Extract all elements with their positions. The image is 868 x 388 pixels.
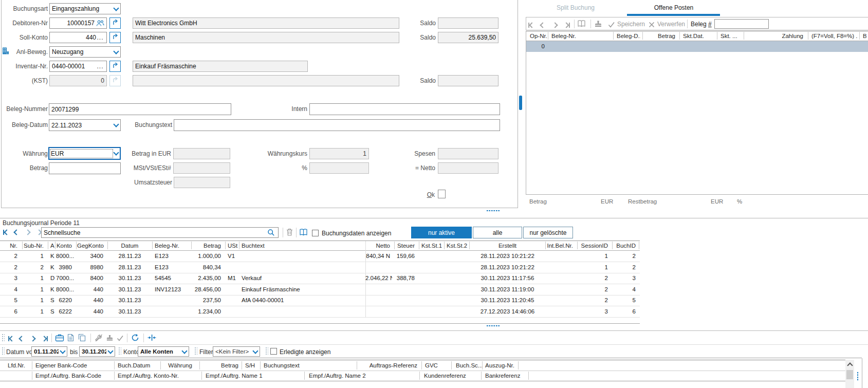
- journal-column-header-kstst1[interactable]: Kst.St.1: [420, 241, 442, 250]
- copy-icon[interactable]: [78, 334, 86, 342]
- horizontal-splitter-handle[interactable]: [486, 325, 500, 327]
- filter-grip[interactable]: [2, 347, 5, 355]
- journal-cell-steuer[interactable]: 159,66: [395, 251, 417, 262]
- op-cell-b[interactable]: [861, 41, 866, 52]
- journal-cell-datum[interactable]: 30.11.23: [108, 273, 150, 284]
- inventar-input[interactable]: 0440-00001 ...: [49, 61, 107, 72]
- vertical-splitter-handle[interactable]: [519, 96, 522, 110]
- journal-nav-first-button[interactable]: [3, 228, 9, 236]
- journal-column-header-intbel[interactable]: Int.Bel.Nr.: [546, 241, 575, 250]
- journal-cell-a[interactable]: D: [49, 273, 55, 284]
- nav-last-button[interactable]: [564, 21, 570, 29]
- journal-cell-intbel[interactable]: [546, 273, 575, 284]
- bank-column-header-r2-0[interactable]: Empf./Auftrg. Bank-Code: [34, 371, 115, 381]
- debitoren-input[interactable]: 10000157: [49, 17, 107, 29]
- op-column-header-belegd[interactable]: Beleg-D...: [615, 31, 640, 41]
- bank-column-header-r2-4[interactable]: Kundenreferenz: [422, 371, 473, 381]
- journal-cell-beleg[interactable]: INV12123: [153, 284, 189, 295]
- bank-column-header-r2-1[interactable]: Empf./Auftrg. Konto-Nr.: [116, 371, 193, 381]
- journal-cell-netto[interactable]: [365, 262, 392, 273]
- journal-cell-kstst1[interactable]: [420, 295, 442, 306]
- vertical-splitter-handle[interactable]: [857, 372, 859, 381]
- journal-cell-ust[interactable]: [226, 306, 238, 317]
- anl-beweg-select[interactable]: Neuzugang: [49, 46, 121, 58]
- journal-cell-kstst1[interactable]: [420, 273, 442, 284]
- journal-cell-ust[interactable]: M1: [226, 273, 238, 284]
- op-cell-op[interactable]: 0: [528, 41, 547, 52]
- post-stamp-icon[interactable]: [106, 334, 114, 342]
- journal-cell-netto[interactable]: [365, 306, 392, 317]
- journal-column-header-betrag[interactable]: Betrag: [192, 241, 223, 250]
- journal-cell-nr[interactable]: 5: [1, 295, 20, 306]
- journal-cell-konto[interactable]: 6220: [56, 295, 74, 306]
- journal-cell-gegkonto[interactable]: 440: [77, 306, 105, 317]
- journal-cell-beleg[interactable]: [153, 306, 189, 317]
- customers-icon[interactable]: [96, 20, 104, 27]
- lookup-ellipsis-button[interactable]: ...: [96, 34, 104, 41]
- ok-checkbox[interactable]: [438, 190, 446, 198]
- journal-cell-kstst2[interactable]: [445, 306, 467, 317]
- journal-cell-buchid[interactable]: 2: [613, 251, 638, 262]
- op-column-header-zahlung[interactable]: Zahlung: [746, 31, 805, 41]
- bottom-nav-last-button[interactable]: [42, 335, 48, 343]
- journal-cell-beleg[interactable]: E123: [153, 251, 189, 262]
- journal-cell-a[interactable]: S: [49, 306, 55, 317]
- journal-column-header-beleg[interactable]: Beleg-Nr.: [153, 241, 189, 250]
- journal-cell-nr[interactable]: 6: [1, 306, 20, 317]
- journal-cell-gegkonto[interactable]: 3400: [77, 251, 105, 262]
- journal-cell-intbel[interactable]: [546, 284, 575, 295]
- journal-cell-sub[interactable]: 1: [23, 295, 46, 306]
- journal-cell-kstst2[interactable]: [445, 262, 467, 273]
- refresh-icon[interactable]: [131, 334, 139, 342]
- journal-cell-a[interactable]: K: [49, 251, 55, 262]
- journal-cell-steuer[interactable]: [395, 295, 417, 306]
- journal-cell-ust[interactable]: [226, 262, 238, 273]
- journal-column-header-buchid[interactable]: BuchID: [613, 241, 638, 250]
- journal-cell-datum[interactable]: 30.11.23: [108, 295, 150, 306]
- journal-column-header-buchtext[interactable]: Buchtext: [240, 241, 363, 250]
- journal-column-header-nr[interactable]: Nr.: [1, 241, 20, 250]
- journal-cell-erstellt[interactable]: 27.12.2023 14:46:06: [470, 306, 543, 317]
- journal-cell-beleg[interactable]: E123: [153, 262, 189, 273]
- journal-cell-ust[interactable]: V1: [226, 251, 238, 262]
- journal-cell-session[interactable]: 1: [578, 251, 610, 262]
- goto-inventar-button[interactable]: [109, 61, 121, 72]
- filter-button-nur-geloeschte[interactable]: nur gelöschte: [523, 227, 573, 238]
- journal-cell-buchtext[interactable]: Einkauf Fräsmaschine: [240, 284, 363, 295]
- bank-column-header-r1-6[interactable]: Buchungstext: [262, 361, 356, 371]
- intern-input[interactable]: [309, 103, 500, 115]
- bis-select[interactable]: 30.11.2023: [79, 346, 115, 357]
- journal-cell-buchtext[interactable]: [240, 262, 363, 273]
- journal-cell-ust[interactable]: [226, 295, 238, 306]
- beleg-nummer-input[interactable]: [49, 103, 231, 115]
- journal-cell-betrag[interactable]: 2.435,00: [192, 273, 223, 284]
- tab-offene-posten[interactable]: Offene Posten: [640, 4, 708, 11]
- journal-cell-session[interactable]: 1: [578, 262, 610, 273]
- soll-konto-input[interactable]: 440 ...: [49, 32, 107, 43]
- journal-cell-buchid[interactable]: 2: [613, 262, 638, 273]
- journal-cell-netto[interactable]: 840,34 N: [365, 251, 392, 262]
- nav-first-button[interactable]: [528, 21, 534, 29]
- journal-cell-betrag[interactable]: 28.456,00: [192, 284, 223, 295]
- goto-konto-button[interactable]: [109, 32, 121, 43]
- journal-cell-sub[interactable]: 1: [23, 284, 46, 295]
- buchungsdaten-checkbox[interactable]: [312, 230, 319, 236]
- journal-cell-konto[interactable]: 7000...: [56, 273, 74, 284]
- beleg-number-input[interactable]: [714, 19, 769, 29]
- journal-column-header-netto[interactable]: Netto: [365, 241, 392, 250]
- journal-cell-buchtext[interactable]: Verkauf: [240, 273, 363, 284]
- journal-cell-kstst1[interactable]: [420, 284, 442, 295]
- journal-cell-beleg[interactable]: [153, 295, 189, 306]
- journal-column-header-erstellt[interactable]: Erstellt: [470, 241, 543, 250]
- journal-cell-session[interactable]: 2: [578, 295, 610, 306]
- journal-cell-steuer[interactable]: [395, 284, 417, 295]
- bank-column-header-r1-9[interactable]: Buch.Sc...: [454, 361, 482, 371]
- scrollbar-thumb[interactable]: [846, 370, 853, 379]
- journal-cell-kstst2[interactable]: [445, 295, 467, 306]
- document-icon[interactable]: [67, 334, 74, 342]
- journal-cell-intbel[interactable]: [546, 295, 575, 306]
- journal-cell-konto[interactable]: 8000...: [56, 251, 74, 262]
- journal-cell-nr[interactable]: 2: [1, 262, 20, 273]
- journal-cell-netto[interactable]: [365, 284, 392, 295]
- journal-cell-kstst2[interactable]: [445, 273, 467, 284]
